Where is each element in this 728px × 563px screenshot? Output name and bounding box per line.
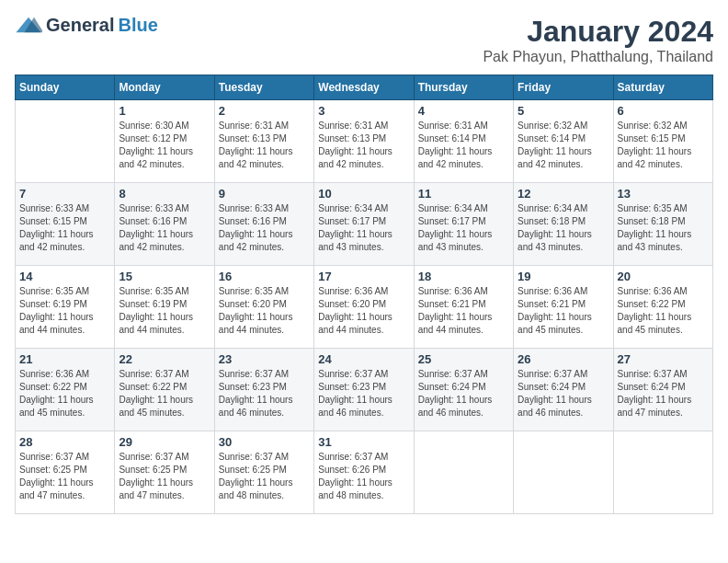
day-number: 27 (618, 352, 709, 366)
day-info: Sunrise: 6:37 AM Sunset: 6:25 PM Dayligh… (119, 451, 210, 502)
calendar-cell: 2Sunrise: 6:31 AM Sunset: 6:13 PM Daylig… (214, 100, 313, 183)
calendar-cell: 6Sunrise: 6:32 AM Sunset: 6:15 PM Daylig… (613, 100, 712, 183)
day-number: 9 (219, 187, 310, 201)
calendar-cell (514, 431, 613, 514)
calendar-cell: 22Sunrise: 6:37 AM Sunset: 6:22 PM Dayli… (115, 349, 214, 431)
calendar-cell (414, 431, 513, 514)
calendar-cell: 10Sunrise: 6:34 AM Sunset: 6:17 PM Dayli… (314, 183, 414, 266)
day-number: 8 (119, 187, 210, 201)
calendar-body: 1Sunrise: 6:30 AM Sunset: 6:12 PM Daylig… (16, 100, 713, 514)
day-info: Sunrise: 6:35 AM Sunset: 6:18 PM Dayligh… (618, 202, 709, 254)
header-row: SundayMondayTuesdayWednesdayThursdayFrid… (16, 75, 713, 100)
calendar-cell: 9Sunrise: 6:33 AM Sunset: 6:16 PM Daylig… (214, 183, 313, 266)
day-info: Sunrise: 6:37 AM Sunset: 6:25 PM Dayligh… (19, 451, 110, 502)
logo: General Blue (15, 15, 158, 36)
calendar-cell: 1Sunrise: 6:30 AM Sunset: 6:12 PM Daylig… (115, 100, 214, 183)
day-info: Sunrise: 6:35 AM Sunset: 6:19 PM Dayligh… (119, 285, 210, 337)
day-number: 11 (418, 187, 509, 201)
day-number: 13 (618, 187, 709, 201)
day-info: Sunrise: 6:35 AM Sunset: 6:20 PM Dayligh… (219, 285, 310, 337)
day-number: 1 (119, 104, 210, 118)
day-info: Sunrise: 6:31 AM Sunset: 6:13 PM Dayligh… (219, 120, 310, 171)
day-info: Sunrise: 6:32 AM Sunset: 6:14 PM Dayligh… (518, 120, 609, 171)
day-number: 21 (19, 352, 110, 366)
day-number: 23 (219, 352, 310, 366)
day-number: 17 (318, 270, 409, 283)
calendar-cell: 13Sunrise: 6:35 AM Sunset: 6:18 PM Dayli… (613, 183, 712, 266)
day-info: Sunrise: 6:37 AM Sunset: 6:23 PM Dayligh… (318, 368, 409, 419)
header-day: Tuesday (214, 75, 313, 100)
day-number: 15 (119, 270, 210, 283)
day-info: Sunrise: 6:31 AM Sunset: 6:13 PM Dayligh… (318, 120, 409, 171)
calendar-week-row: 21Sunrise: 6:36 AM Sunset: 6:22 PM Dayli… (16, 349, 713, 431)
day-number: 6 (618, 104, 709, 118)
calendar-cell: 21Sunrise: 6:36 AM Sunset: 6:22 PM Dayli… (16, 349, 115, 431)
day-info: Sunrise: 6:36 AM Sunset: 6:22 PM Dayligh… (19, 368, 110, 419)
day-info: Sunrise: 6:33 AM Sunset: 6:15 PM Dayligh… (19, 202, 110, 254)
calendar-week-row: 7Sunrise: 6:33 AM Sunset: 6:15 PM Daylig… (16, 183, 713, 266)
day-info: Sunrise: 6:36 AM Sunset: 6:21 PM Dayligh… (518, 285, 609, 337)
header: General Blue January 2024 Pak Phayun, Ph… (15, 15, 713, 65)
day-info: Sunrise: 6:33 AM Sunset: 6:16 PM Dayligh… (119, 202, 210, 254)
day-info: Sunrise: 6:36 AM Sunset: 6:20 PM Dayligh… (318, 285, 409, 337)
day-info: Sunrise: 6:36 AM Sunset: 6:21 PM Dayligh… (418, 285, 509, 337)
logo-blue: Blue (118, 15, 157, 36)
day-number: 26 (518, 352, 609, 366)
day-number: 3 (318, 104, 409, 118)
calendar-cell (613, 431, 712, 514)
calendar-cell: 17Sunrise: 6:36 AM Sunset: 6:20 PM Dayli… (314, 266, 414, 349)
calendar-week-row: 1Sunrise: 6:30 AM Sunset: 6:12 PM Daylig… (16, 100, 713, 183)
calendar-cell: 25Sunrise: 6:37 AM Sunset: 6:24 PM Dayli… (414, 349, 513, 431)
calendar-cell: 18Sunrise: 6:36 AM Sunset: 6:21 PM Dayli… (414, 266, 513, 349)
day-number: 22 (119, 352, 210, 366)
day-number: 20 (618, 270, 709, 283)
calendar-cell: 3Sunrise: 6:31 AM Sunset: 6:13 PM Daylig… (314, 100, 414, 183)
calendar-cell: 15Sunrise: 6:35 AM Sunset: 6:19 PM Dayli… (115, 266, 214, 349)
day-info: Sunrise: 6:34 AM Sunset: 6:18 PM Dayligh… (518, 202, 609, 254)
calendar-cell (16, 100, 115, 183)
day-number: 30 (219, 435, 310, 449)
day-number: 28 (19, 435, 110, 449)
day-number: 24 (318, 352, 409, 366)
header-day: Friday (514, 75, 613, 100)
day-number: 18 (418, 270, 509, 283)
calendar-cell: 12Sunrise: 6:34 AM Sunset: 6:18 PM Dayli… (514, 183, 613, 266)
calendar-cell: 29Sunrise: 6:37 AM Sunset: 6:25 PM Dayli… (115, 431, 214, 514)
calendar-header: SundayMondayTuesdayWednesdayThursdayFrid… (16, 75, 713, 100)
day-info: Sunrise: 6:37 AM Sunset: 6:22 PM Dayligh… (119, 368, 210, 419)
day-info: Sunrise: 6:37 AM Sunset: 6:25 PM Dayligh… (219, 451, 310, 502)
calendar-cell: 5Sunrise: 6:32 AM Sunset: 6:14 PM Daylig… (514, 100, 613, 183)
calendar-week-row: 14Sunrise: 6:35 AM Sunset: 6:19 PM Dayli… (16, 266, 713, 349)
day-info: Sunrise: 6:37 AM Sunset: 6:24 PM Dayligh… (418, 368, 509, 419)
day-number: 19 (518, 270, 609, 283)
header-day: Wednesday (314, 75, 414, 100)
calendar-cell: 24Sunrise: 6:37 AM Sunset: 6:23 PM Dayli… (314, 349, 414, 431)
day-number: 7 (19, 187, 110, 201)
calendar-week-row: 28Sunrise: 6:37 AM Sunset: 6:25 PM Dayli… (16, 431, 713, 514)
day-number: 29 (119, 435, 210, 449)
header-day: Saturday (613, 75, 712, 100)
day-number: 16 (219, 270, 310, 283)
day-info: Sunrise: 6:37 AM Sunset: 6:24 PM Dayligh… (618, 368, 709, 419)
calendar-cell: 4Sunrise: 6:31 AM Sunset: 6:14 PM Daylig… (414, 100, 513, 183)
header-day: Monday (115, 75, 214, 100)
location-title: Pak Phayun, Phatthalung, Thailand (483, 49, 713, 65)
day-info: Sunrise: 6:30 AM Sunset: 6:12 PM Dayligh… (119, 120, 210, 171)
day-info: Sunrise: 6:34 AM Sunset: 6:17 PM Dayligh… (318, 202, 409, 254)
calendar-cell: 8Sunrise: 6:33 AM Sunset: 6:16 PM Daylig… (115, 183, 214, 266)
logo-general: General (46, 15, 114, 36)
day-number: 31 (318, 435, 409, 449)
day-info: Sunrise: 6:35 AM Sunset: 6:19 PM Dayligh… (19, 285, 110, 337)
day-number: 5 (518, 104, 609, 118)
header-day: Sunday (16, 75, 115, 100)
calendar-cell: 30Sunrise: 6:37 AM Sunset: 6:25 PM Dayli… (214, 431, 313, 514)
calendar-cell: 26Sunrise: 6:37 AM Sunset: 6:24 PM Dayli… (514, 349, 613, 431)
day-number: 10 (318, 187, 409, 201)
day-number: 14 (19, 270, 110, 283)
calendar-cell: 28Sunrise: 6:37 AM Sunset: 6:25 PM Dayli… (16, 431, 115, 514)
day-info: Sunrise: 6:36 AM Sunset: 6:22 PM Dayligh… (618, 285, 709, 337)
day-info: Sunrise: 6:33 AM Sunset: 6:16 PM Dayligh… (219, 202, 310, 254)
calendar-cell: 19Sunrise: 6:36 AM Sunset: 6:21 PM Dayli… (514, 266, 613, 349)
title-section: January 2024 Pak Phayun, Phatthalung, Th… (483, 15, 713, 65)
header-day: Thursday (414, 75, 513, 100)
